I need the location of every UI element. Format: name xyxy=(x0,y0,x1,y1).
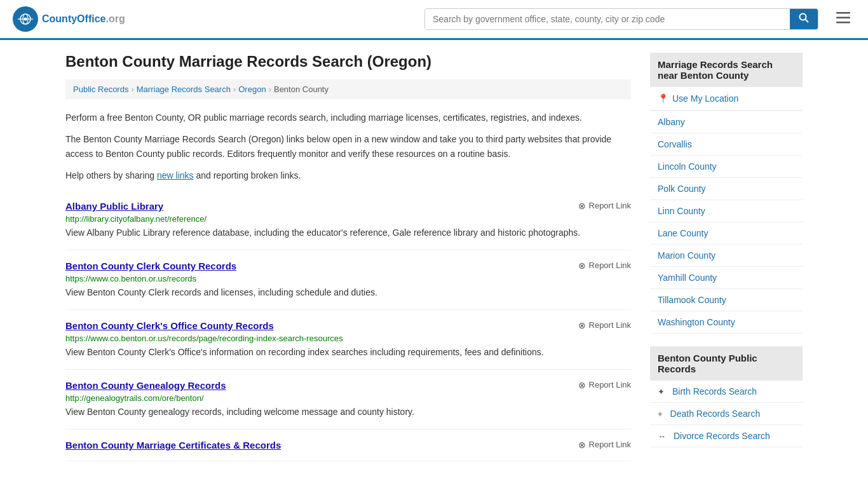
svg-rect-9 xyxy=(836,22,850,24)
result-desc: View Benton County Clerk records and lic… xyxy=(65,286,631,299)
page-title: Benton County Marriage Records Search (O… xyxy=(65,53,631,71)
logo-text: CountyOffice.org xyxy=(42,13,125,25)
result-item: Benton County Clerk County Records ⊗ Rep… xyxy=(65,250,631,310)
breadcrumb-sep-3: › xyxy=(269,85,271,94)
search-button[interactable] xyxy=(790,9,818,29)
result-desc: View Benton County Clerk's Office's info… xyxy=(65,346,631,359)
report-icon: ⊗ xyxy=(578,440,586,450)
result-header: Benton County Clerk's Office County Reco… xyxy=(65,320,631,331)
sidebar-nearby-link[interactable]: Lane County xyxy=(650,222,803,244)
svg-rect-7 xyxy=(836,12,850,14)
result-title[interactable]: Benton County Marriage Certificates & Re… xyxy=(65,440,281,451)
sidebar-nearby-link[interactable]: Linn County xyxy=(650,200,803,222)
sidebar-nearby-item[interactable]: Polk County xyxy=(650,178,803,200)
sidebar-public-link[interactable]: Divorce Records Search xyxy=(670,425,774,447)
sidebar-nearby-item[interactable]: Albany xyxy=(650,111,803,133)
search-input[interactable] xyxy=(425,9,790,29)
result-item: Albany Public Library ⊗ Report Link http… xyxy=(65,191,631,250)
result-header: Albany Public Library ⊗ Report Link xyxy=(65,201,631,212)
breadcrumb: Public Records › Marriage Records Search… xyxy=(65,79,631,99)
result-title[interactable]: Benton County Genealogy Records xyxy=(65,380,226,391)
result-url[interactable]: http://library.cityofalbany.net/referenc… xyxy=(65,214,631,224)
report-icon: ⊗ xyxy=(578,380,586,390)
sidebar-nearby-item[interactable]: Yamhill County xyxy=(650,267,803,289)
svg-point-5 xyxy=(800,14,806,20)
sidebar-nearby-link[interactable]: Lincoln County xyxy=(650,156,803,177)
report-label: Report Link xyxy=(589,380,631,390)
report-label: Report Link xyxy=(589,440,631,449)
sidebar-nearby-section: Marriage Records Search near Benton Coun… xyxy=(650,53,803,334)
result-title[interactable]: Benton County Clerk's Office County Reco… xyxy=(65,320,274,331)
result-desc: View Benton County genealogy records, in… xyxy=(65,405,631,419)
sidebar-use-location[interactable]: 📍 Use My Location xyxy=(650,87,803,111)
sidebar-public-link[interactable]: Death Records Search xyxy=(667,403,764,424)
sidebar-public-item[interactable]: ↔ Divorce Records Search xyxy=(650,425,803,447)
site-header: CountyOffice.org xyxy=(0,0,868,40)
results-list: Albany Public Library ⊗ Report Link http… xyxy=(65,191,631,461)
sidebar-nearby-item[interactable]: Marion County xyxy=(650,245,803,267)
sidebar-nearby-item[interactable]: Linn County xyxy=(650,200,803,222)
breadcrumb-oregon[interactable]: Oregon xyxy=(238,85,266,94)
description-2: The Benton County Marriage Records Searc… xyxy=(65,132,631,161)
main-container: Benton County Marriage Records Search (O… xyxy=(53,40,815,474)
sidebar-nearby-link[interactable]: Marion County xyxy=(650,245,803,266)
sidebar-public-list: ✦ Birth Records Search + Death Records S… xyxy=(650,381,803,447)
report-icon: ⊗ xyxy=(578,201,586,211)
sidebar-nearby-item[interactable]: Washington County xyxy=(650,311,803,334)
sidebar-nearby-link[interactable]: Yamhill County xyxy=(650,267,803,288)
result-url[interactable]: http://genealogytrails.com/ore/benton/ xyxy=(65,393,631,403)
result-item: Benton County Marriage Certificates & Re… xyxy=(65,430,631,461)
report-label: Report Link xyxy=(589,320,631,330)
report-label: Report Link xyxy=(589,261,631,270)
report-icon: ⊗ xyxy=(578,261,586,271)
breadcrumb-marriage-records[interactable]: Marriage Records Search xyxy=(137,85,231,94)
description-3: Help others by sharing new links and rep… xyxy=(65,168,631,182)
sidebar-public-item[interactable]: ✦ Birth Records Search xyxy=(650,381,803,403)
new-links-link[interactable]: new links xyxy=(157,170,194,180)
result-url[interactable]: https://www.co.benton.or.us/records/page… xyxy=(65,334,631,343)
sidebar-nearby-link[interactable]: Albany xyxy=(650,111,803,133)
report-link[interactable]: ⊗ Report Link xyxy=(578,320,631,330)
sidebar: Marriage Records Search near Benton Coun… xyxy=(650,53,803,461)
sidebar-nearby-item[interactable]: Lane County xyxy=(650,222,803,245)
svg-point-4 xyxy=(24,18,27,21)
sidebar-public-item[interactable]: + Death Records Search xyxy=(650,403,803,425)
result-url[interactable]: https://www.co.benton.or.us/records xyxy=(65,274,631,283)
sidebar-nearby-link[interactable]: Washington County xyxy=(650,311,803,333)
report-label: Report Link xyxy=(589,201,631,210)
result-title[interactable]: Albany Public Library xyxy=(65,201,163,212)
sidebar-nearby-item[interactable]: Lincoln County xyxy=(650,156,803,178)
report-icon: ⊗ xyxy=(578,320,586,330)
result-title[interactable]: Benton County Clerk County Records xyxy=(65,261,236,271)
main-content: Benton County Marriage Records Search (O… xyxy=(65,53,631,461)
result-item: Benton County Genealogy Records ⊗ Report… xyxy=(65,370,631,430)
sidebar-nearby-link[interactable]: Tillamook County xyxy=(650,289,803,311)
sidebar-nearby-item[interactable]: Corvallis xyxy=(650,133,803,156)
sidebar-nearby-list: 📍 Use My Location AlbanyCorvallisLincoln… xyxy=(650,87,803,334)
report-link[interactable]: ⊗ Report Link xyxy=(578,261,631,271)
menu-button[interactable] xyxy=(831,8,855,30)
logo-icon xyxy=(13,6,38,32)
public-record-icon: ✦ xyxy=(650,387,665,396)
report-link[interactable]: ⊗ Report Link xyxy=(578,380,631,390)
sidebar-nearby-item[interactable]: Tillamook County xyxy=(650,289,803,311)
report-link[interactable]: ⊗ Report Link xyxy=(578,440,631,450)
use-location-label: Use My Location xyxy=(672,93,738,104)
site-logo[interactable]: CountyOffice.org xyxy=(13,6,125,32)
result-header: Benton County Marriage Certificates & Re… xyxy=(65,440,631,451)
sidebar-nearby-link[interactable]: Polk County xyxy=(650,178,803,200)
result-item: Benton County Clerk's Office County Reco… xyxy=(65,310,631,370)
public-record-icon: + xyxy=(650,409,663,419)
svg-rect-8 xyxy=(836,17,850,19)
location-pin-icon: 📍 xyxy=(658,93,668,104)
svg-line-6 xyxy=(806,20,809,23)
public-record-icon: ↔ xyxy=(650,431,666,441)
sidebar-public-link[interactable]: Birth Records Search xyxy=(668,381,761,402)
breadcrumb-sep-1: › xyxy=(131,85,133,94)
search-bar xyxy=(424,8,818,30)
result-header: Benton County Genealogy Records ⊗ Report… xyxy=(65,380,631,391)
description-1: Perform a free Benton County, OR public … xyxy=(65,111,631,125)
report-link[interactable]: ⊗ Report Link xyxy=(578,201,631,211)
breadcrumb-public-records[interactable]: Public Records xyxy=(73,85,128,94)
sidebar-nearby-link[interactable]: Corvallis xyxy=(650,133,803,155)
